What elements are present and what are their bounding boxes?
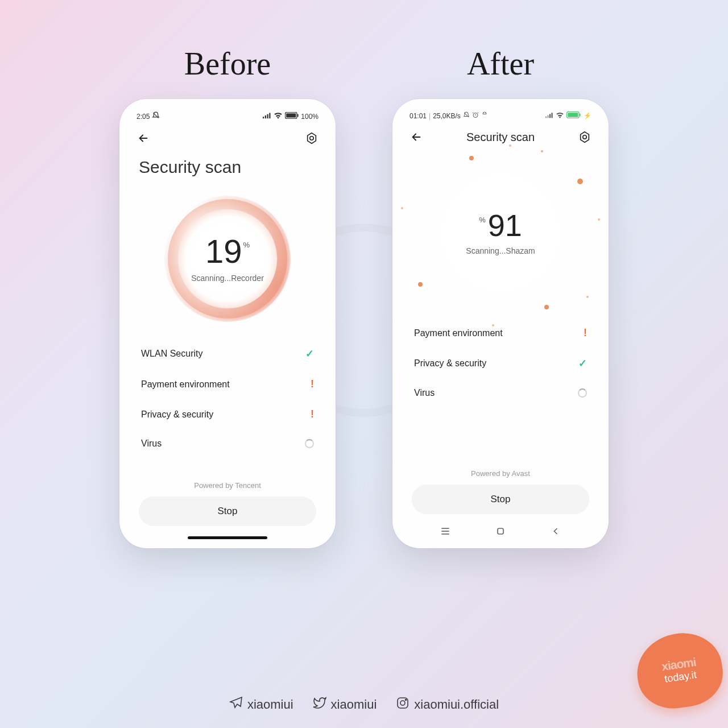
status-time: 2:05 xyxy=(136,113,150,121)
spinner-icon xyxy=(578,388,587,398)
wifi-icon xyxy=(274,112,283,121)
dnd-icon xyxy=(463,111,470,120)
svg-rect-24 xyxy=(498,528,503,534)
list-item[interactable]: Payment environment ! xyxy=(412,318,589,348)
item-label: Virus xyxy=(414,388,435,398)
scan-animation: 19 % Scanning...Recorder xyxy=(127,179,328,338)
scan-result-list: WLAN Security ✓ Payment environment ! Pr… xyxy=(127,338,328,458)
score-value: 91 xyxy=(488,210,522,241)
status-net: 25,0KB/s xyxy=(433,112,461,120)
twitter-icon xyxy=(313,696,326,713)
list-item[interactable]: Payment environment ! xyxy=(139,369,316,399)
page-title: Security scan xyxy=(127,148,328,179)
list-item[interactable]: Virus xyxy=(139,429,316,458)
warning-icon: ! xyxy=(584,327,587,339)
status-bar: 2:05 xyxy=(127,109,328,126)
scan-score: % 91 xyxy=(479,210,522,241)
battery-icon xyxy=(285,112,299,121)
warning-icon: ! xyxy=(311,408,314,420)
svg-rect-2 xyxy=(267,114,268,119)
status-bar: 01:01 | 25,0KB/s xyxy=(400,109,601,125)
svg-point-11 xyxy=(485,113,486,114)
warning-icon: ! xyxy=(311,378,314,390)
svg-rect-3 xyxy=(270,113,271,119)
svg-point-20 xyxy=(583,135,586,139)
telegram-credit: xiaomiui xyxy=(229,696,293,713)
list-item[interactable]: Privacy & security ✓ xyxy=(412,348,589,379)
back-button[interactable] xyxy=(136,131,150,145)
dnd-icon xyxy=(152,111,160,121)
before-heading: Before xyxy=(184,46,271,82)
percent-sign: % xyxy=(243,241,250,249)
scan-animation: % 91 Scanning...Shazam xyxy=(400,147,601,318)
twitter-handle: xiaomiui xyxy=(331,697,377,712)
signal-icon xyxy=(545,112,553,120)
svg-rect-13 xyxy=(548,115,549,118)
score-value: 19 xyxy=(205,235,242,268)
svg-point-8 xyxy=(310,136,313,140)
item-label: WLAN Security xyxy=(141,349,202,359)
nav-bar xyxy=(400,521,601,541)
svg-rect-1 xyxy=(265,115,266,118)
telegram-handle: xiaomiui xyxy=(247,697,293,712)
check-icon: ✓ xyxy=(305,348,314,360)
svg-rect-17 xyxy=(568,113,578,117)
scan-result-list: Payment environment ! Privacy & security… xyxy=(400,318,601,407)
watermark-bottom-right: xiaomi today.it xyxy=(637,634,728,728)
alarm-icon xyxy=(472,111,479,120)
svg-point-10 xyxy=(483,113,484,114)
charging-icon: ⚡ xyxy=(584,112,592,119)
item-label: Privacy & security xyxy=(141,410,213,420)
svg-rect-5 xyxy=(286,113,296,118)
scan-status-text: Scanning...Shazam xyxy=(466,246,535,255)
svg-rect-14 xyxy=(549,114,551,118)
nav-back-icon[interactable] xyxy=(550,526,561,539)
scan-score: 19 % xyxy=(205,235,250,268)
instagram-handle: xiaomiui.official xyxy=(414,697,499,712)
item-label: Payment environment xyxy=(141,379,230,390)
comparison-container: Before 2:05 xyxy=(0,0,728,728)
spinner-icon xyxy=(305,439,314,448)
list-item[interactable]: Virus xyxy=(412,379,589,407)
top-bar: Security scan xyxy=(400,125,601,147)
svg-rect-12 xyxy=(545,116,547,118)
svg-rect-18 xyxy=(580,113,581,116)
percent-sign: % xyxy=(479,216,486,224)
list-item[interactable]: Privacy & security ! xyxy=(139,399,316,429)
page-title: Security scan xyxy=(423,131,578,144)
phone-before: 2:05 xyxy=(119,99,336,548)
after-column: After 01:01 | 25,0KB/s xyxy=(392,46,609,548)
twitter-credit: xiaomiui xyxy=(313,696,377,713)
top-bar xyxy=(127,126,328,148)
instagram-icon xyxy=(396,696,410,713)
battery-icon xyxy=(566,111,581,120)
list-item[interactable]: WLAN Security ✓ xyxy=(139,338,316,369)
check-icon: ✓ xyxy=(578,357,587,370)
android-icon xyxy=(481,111,488,120)
home-indicator[interactable] xyxy=(188,536,267,539)
nav-home-icon[interactable] xyxy=(495,526,506,539)
svg-point-27 xyxy=(406,700,407,701)
item-label: Payment environment xyxy=(414,328,503,338)
signal-icon xyxy=(263,112,271,121)
status-time: 01:01 xyxy=(410,112,427,120)
powered-by-text: Powered by Avast xyxy=(400,465,601,485)
stop-button[interactable]: Stop xyxy=(139,497,316,526)
stop-button[interactable]: Stop xyxy=(412,485,589,514)
footer-credits: xiaomiui xiaomiui xiaomiui.official xyxy=(0,696,728,713)
nav-recent-icon[interactable] xyxy=(440,526,451,539)
battery-percent: 100% xyxy=(301,113,318,121)
back-button[interactable] xyxy=(410,130,423,144)
svg-point-26 xyxy=(400,701,405,705)
before-column: Before 2:05 xyxy=(119,46,336,548)
settings-button[interactable] xyxy=(578,130,592,144)
instagram-credit: xiaomiui.official xyxy=(396,696,499,713)
wifi-icon xyxy=(556,112,564,120)
powered-by-text: Powered by Tencent xyxy=(127,477,328,497)
settings-button[interactable] xyxy=(305,131,318,145)
svg-rect-15 xyxy=(552,113,553,118)
scan-status-text: Scanning...Recorder xyxy=(191,274,264,283)
phone-after: 01:01 | 25,0KB/s xyxy=(392,99,609,548)
telegram-icon xyxy=(229,696,243,713)
svg-rect-6 xyxy=(297,114,299,117)
